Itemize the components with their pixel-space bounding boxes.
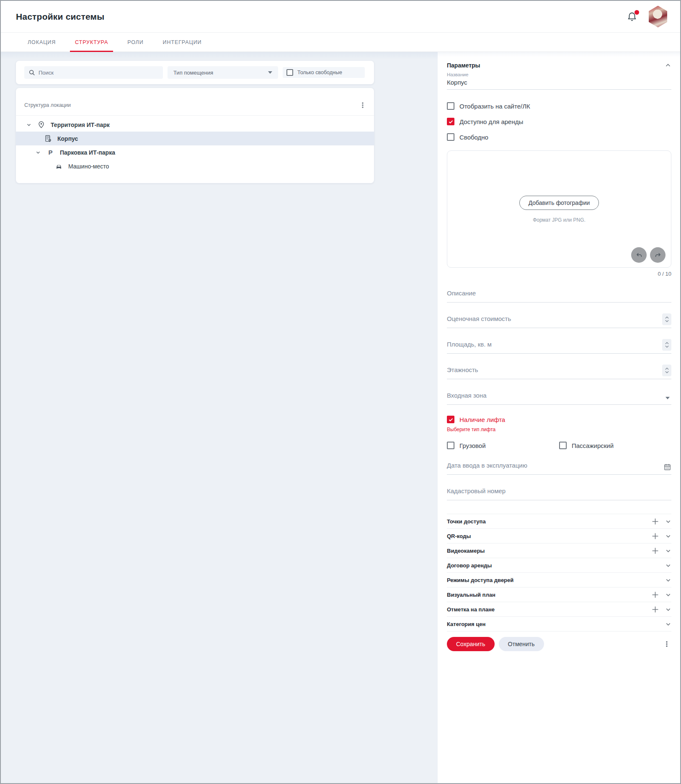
accordion-sections: Точки доступа QR-коды Видеокамеры [447, 514, 671, 631]
check-icon [448, 119, 454, 124]
undo-icon [635, 251, 643, 259]
collapse-chevron-up-icon[interactable] [665, 62, 671, 69]
elevator-block: Наличие лифта Выберите тип лифта Грузово… [447, 416, 671, 449]
check-icon [448, 417, 454, 422]
photo-upload-dropzone[interactable]: Добавить фотографии Формат JPG или PNG. [447, 150, 671, 268]
save-button[interactable]: Сохранить [447, 637, 495, 651]
section-visual-plan[interactable]: Визуальный план [447, 587, 671, 602]
add-icon[interactable] [652, 606, 659, 613]
elevator-type-hint: Выберите тип лифта [447, 427, 671, 432]
search-input[interactable] [39, 70, 159, 76]
cancel-button[interactable]: Отменить [499, 637, 544, 651]
estimated-value-field[interactable]: Оценочная стоимость [447, 315, 671, 328]
redo-button[interactable] [650, 247, 666, 263]
section-door-access-modes[interactable]: Режимы доступа дверей [447, 572, 671, 587]
chevron-down-icon[interactable] [35, 150, 41, 155]
building-icon [44, 135, 52, 142]
tab-bar: ЛОКАЦИЯ СТРУКТУРА РОЛИ ИНТЕГРАЦИИ [1, 33, 680, 52]
description-field[interactable]: Описание [447, 290, 671, 303]
add-photos-button[interactable]: Добавить фотографии [519, 196, 599, 210]
notifications-button[interactable] [627, 11, 637, 22]
tree-menu-button[interactable] [358, 101, 367, 110]
name-field-label: Название [447, 72, 671, 77]
add-icon[interactable] [652, 518, 659, 525]
room-type-select[interactable]: Тип помещения [168, 66, 278, 79]
search-icon [28, 69, 35, 76]
section-lease-agreement[interactable]: Договор аренды [447, 558, 671, 572]
undo-button[interactable] [631, 247, 647, 263]
tab-integrations[interactable]: ИНТЕГРАЦИИ [158, 33, 207, 52]
parameters-title: Параметры [447, 62, 480, 69]
section-cameras[interactable]: Видеокамеры [447, 543, 671, 558]
unread-badge [635, 10, 639, 15]
has-elevator-checkbox[interactable]: Наличие лифта [447, 416, 671, 423]
car-icon [54, 162, 63, 170]
free-checkbox[interactable]: Свободно [447, 133, 671, 141]
location-structure-card: Структура локации [16, 88, 374, 183]
number-stepper[interactable] [662, 365, 671, 376]
page-title: Настройки системы [16, 12, 104, 22]
number-stepper[interactable] [662, 313, 671, 325]
section-qr-codes[interactable]: QR-коды [447, 528, 671, 543]
location-pin-icon [37, 121, 46, 129]
tab-roles[interactable]: РОЛИ [122, 33, 148, 52]
only-free-checkbox[interactable]: Только свободные [283, 67, 365, 78]
commissioning-date-field[interactable]: Дата ввода в эксплуатацию [447, 462, 671, 475]
footer-menu-button[interactable] [662, 639, 671, 649]
checkbox-unchecked[interactable] [447, 133, 454, 141]
section-access-points[interactable]: Точки доступа [447, 514, 671, 528]
passenger-elevator-checkbox[interactable]: Пассажирский [559, 442, 671, 449]
elevator-type-options: Грузовой Пассажирский [447, 442, 671, 449]
cadastral-number-field[interactable]: Кадастровый номер [447, 487, 671, 500]
tree-title: Структура локации [24, 102, 71, 108]
floors-field[interactable]: Этажность [447, 366, 671, 379]
parameters-panel: Параметры Название Отобразить на сайте/Л… [438, 52, 681, 783]
add-icon[interactable] [652, 547, 659, 554]
checkbox-unchecked[interactable] [447, 102, 454, 110]
chevron-down-icon[interactable] [665, 592, 671, 598]
checkbox-unchecked[interactable] [286, 69, 293, 76]
add-icon[interactable] [652, 591, 659, 598]
section-price-category[interactable]: Категория цен [447, 616, 671, 631]
user-avatar[interactable] [647, 6, 668, 28]
chevron-down-icon[interactable] [665, 533, 671, 539]
checkbox-unchecked[interactable] [559, 442, 567, 449]
app-window: Настройки системы ЛОКАЦИЯ СТРУКТУРА РОЛИ… [0, 0, 681, 784]
available-for-rent-checkbox[interactable]: Доступно для аренды [447, 118, 671, 125]
tree-item-parking-space[interactable]: Машино-место [16, 159, 374, 173]
photo-format-hint: Формат JPG или PNG. [533, 217, 586, 223]
tab-structure[interactable]: СТРУКТУРА [70, 33, 113, 52]
main-area: Тип помещения Только свободные Структура… [1, 52, 680, 783]
tree-item-parking[interactable]: P Парковка ИТ-парка [16, 145, 374, 159]
chevron-down-icon[interactable] [665, 518, 671, 525]
tree-item-territory[interactable]: Территория ИТ-парк [16, 118, 374, 132]
checkbox-checked[interactable] [447, 118, 454, 125]
chevron-down-icon[interactable] [665, 606, 671, 613]
header-actions [627, 6, 668, 28]
location-tree: Территория ИТ-парк [16, 116, 374, 173]
chevron-down-icon[interactable] [665, 548, 671, 554]
add-icon[interactable] [652, 533, 659, 540]
tab-location[interactable]: ЛОКАЦИЯ [23, 33, 61, 52]
tree-item-building[interactable]: Корпус [16, 132, 374, 145]
name-input[interactable] [447, 79, 671, 86]
area-field[interactable]: Площадь, кв. м [447, 341, 671, 354]
entrance-zone-select[interactable]: Входная зона [447, 392, 671, 405]
parking-icon: P [46, 149, 55, 156]
chevron-down-icon[interactable] [665, 577, 671, 583]
chevron-down-icon[interactable] [665, 562, 671, 569]
show-on-site-checkbox[interactable]: Отобразить на сайте/ЛК [447, 102, 671, 110]
chevron-down-icon[interactable] [665, 621, 671, 627]
cargo-elevator-checkbox[interactable]: Грузовой [447, 442, 559, 449]
chevron-down-icon [268, 71, 272, 74]
chevron-down-icon[interactable] [26, 122, 32, 128]
calendar-icon[interactable] [663, 463, 671, 471]
filter-bar: Тип помещения Только свободные [16, 61, 374, 84]
checkbox-unchecked[interactable] [447, 442, 454, 449]
section-plan-mark[interactable]: Отметка на плане [447, 602, 671, 616]
tree-header: Структура локации [16, 88, 374, 115]
chevron-down-icon [666, 397, 670, 399]
number-stepper[interactable] [662, 339, 671, 351]
photo-history-controls [631, 247, 666, 263]
checkbox-checked[interactable] [447, 416, 454, 423]
